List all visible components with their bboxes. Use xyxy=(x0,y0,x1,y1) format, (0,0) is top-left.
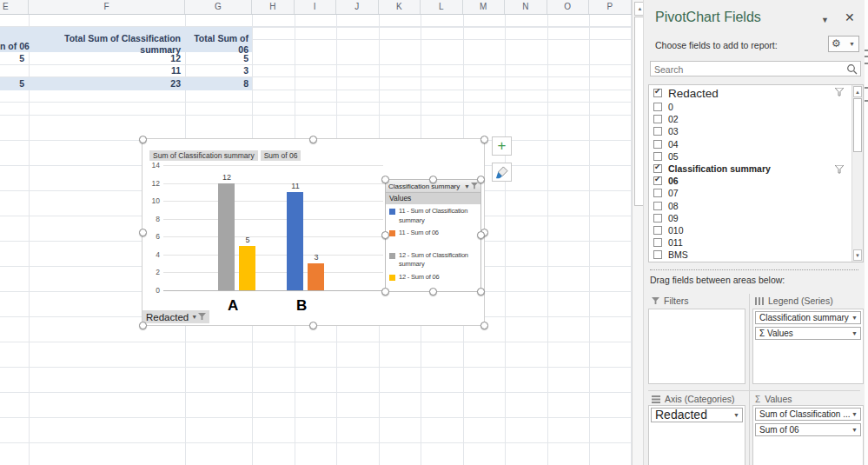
legend-entry-label: 12 - Sum of 06 xyxy=(399,273,479,282)
field-checkbox[interactable] xyxy=(653,103,662,111)
column-header-N[interactable]: N xyxy=(505,0,547,14)
legend-entry-label: 11 - Sum of 06 xyxy=(399,229,479,238)
chevron-down-icon[interactable]: ▼ xyxy=(191,314,197,320)
data-label: 3 xyxy=(303,253,329,262)
column-header-I[interactable]: I xyxy=(295,0,337,14)
field-checkbox[interactable]: ✔ xyxy=(653,176,662,185)
field-list-item-04[interactable]: 04 xyxy=(649,138,863,150)
chart-elements-button[interactable]: + xyxy=(492,136,512,156)
pivot-chart[interactable]: Sum of Classification summarySum of 06 0… xyxy=(142,138,485,326)
field-list-item-03[interactable]: 03 xyxy=(649,125,863,137)
chevron-down-icon[interactable]: ▼ xyxy=(851,330,860,336)
field-checkbox[interactable] xyxy=(653,250,662,259)
gridline xyxy=(163,272,383,273)
field-checkbox[interactable]: ✔ xyxy=(653,164,662,173)
filter-icon[interactable] xyxy=(471,183,478,189)
filter-icon[interactable] xyxy=(835,88,844,96)
field-list-item-07[interactable]: 07 xyxy=(649,187,863,199)
column-header-H[interactable]: H xyxy=(252,0,295,14)
area-pill-sum-of-classification-...[interactable]: Sum of Classification ...▼ xyxy=(755,408,861,421)
column-header-E[interactable]: E xyxy=(0,0,29,14)
field-checkbox[interactable] xyxy=(653,202,662,210)
chart-selection-handle[interactable] xyxy=(480,322,488,329)
chart-selection-handle[interactable] xyxy=(309,136,317,143)
chart-selection-handle[interactable] xyxy=(309,322,317,329)
chart-selection-handle[interactable] xyxy=(139,136,147,143)
legend-drop-area[interactable]: Classification summary▼Σ Values▼ xyxy=(752,309,864,384)
column-header-L[interactable]: L xyxy=(421,0,463,14)
chart-selection-handle[interactable] xyxy=(139,229,147,236)
legend-selection-handle[interactable] xyxy=(381,231,389,239)
filters-drop-area[interactable] xyxy=(648,309,745,384)
field-checkbox[interactable] xyxy=(653,140,662,149)
field-label: 02 xyxy=(668,114,679,124)
axis-drop-area[interactable]: Redacted▼ xyxy=(648,405,745,465)
chart-selection-handle[interactable] xyxy=(480,136,488,143)
field-checkbox[interactable] xyxy=(653,238,662,247)
area-pill-classification-summary[interactable]: Classification summary▼ xyxy=(755,311,861,324)
legend-selection-handle[interactable] xyxy=(477,176,485,183)
field-checkbox[interactable]: ✔ xyxy=(653,89,662,97)
column-header-J[interactable]: J xyxy=(336,0,379,14)
legend-area-label: Legend (Series) xyxy=(768,296,833,306)
legend-selection-handle[interactable] xyxy=(477,231,485,239)
tools-button[interactable]: ⚙ ▼ xyxy=(828,36,859,52)
chart-style-button[interactable] xyxy=(492,163,512,182)
scroll-down-arrow[interactable]: ▼ xyxy=(853,249,862,261)
field-list-item-02[interactable]: 02 xyxy=(649,113,863,125)
column-header-M[interactable]: M xyxy=(463,0,506,14)
column-header-P[interactable]: P xyxy=(589,0,632,14)
chart-selection-handle[interactable] xyxy=(139,322,147,329)
field-list-item-05[interactable]: 05 xyxy=(649,150,863,163)
chevron-down-icon[interactable]: ▼ xyxy=(464,181,470,192)
chevron-down-icon[interactable]: ▼ xyxy=(851,315,860,321)
field-list-item-09[interactable]: 09 xyxy=(649,212,863,224)
column-header-O[interactable]: O xyxy=(547,0,590,14)
column-header-K[interactable]: K xyxy=(379,0,421,14)
scrollbar-thumb[interactable] xyxy=(853,98,862,152)
field-checkbox[interactable] xyxy=(653,127,662,136)
chart-field-button[interactable]: Sum of 06 xyxy=(261,150,301,161)
field-list-item-08[interactable]: 08 xyxy=(649,200,863,212)
field-checkbox[interactable] xyxy=(653,152,662,161)
field-checkbox[interactable] xyxy=(653,115,662,123)
field-list-item-Classification summary[interactable]: ✔Classification summary xyxy=(649,163,863,175)
chevron-down-icon[interactable]: ▼ xyxy=(851,427,860,433)
filter-icon[interactable] xyxy=(198,313,206,321)
legend-selection-handle[interactable] xyxy=(381,288,389,296)
area-pill-σ-values[interactable]: Σ Values▼ xyxy=(755,327,861,340)
window-edge-strip xyxy=(865,0,868,465)
chevron-down-icon[interactable]: ▼ xyxy=(851,411,860,417)
field-list-item-0[interactable]: 0 xyxy=(649,101,863,113)
search-input[interactable] xyxy=(653,63,843,76)
field-list-item-BMS[interactable]: BMS xyxy=(649,249,863,261)
pane-close-icon[interactable]: ✕ xyxy=(845,10,855,24)
pane-options-chevron-icon[interactable]: ▼ xyxy=(821,16,829,24)
legend-selection-handle[interactable] xyxy=(429,176,437,183)
area-pill-sum-of-06[interactable]: Sum of 06▼ xyxy=(755,423,861,436)
area-pill-redacted[interactable]: Redacted▼ xyxy=(651,408,743,422)
legend-selection-handle[interactable] xyxy=(381,176,389,183)
grid-vline xyxy=(505,15,506,465)
field-list-item-010[interactable]: 010 xyxy=(649,224,863,236)
chart-axis-field-button[interactable]: Redacted ▼ xyxy=(142,310,209,323)
values-drop-area[interactable]: Sum of Classification ...▼Sum of 06▼ xyxy=(752,405,864,465)
chart-legend[interactable]: Classification summary ▼ Values 11 - Sum… xyxy=(385,179,481,292)
field-checkbox[interactable] xyxy=(653,214,662,223)
legend-selection-handle[interactable] xyxy=(477,288,485,296)
column-header-F[interactable]: F xyxy=(29,0,185,14)
field-list-item-Redacted[interactable]: ✔Redacted xyxy=(649,85,863,101)
column-header-G[interactable]: G xyxy=(185,0,252,14)
field-checkbox[interactable] xyxy=(653,226,662,235)
chevron-down-icon[interactable]: ▼ xyxy=(733,412,742,418)
filter-icon[interactable] xyxy=(835,165,844,174)
field-list-item-011[interactable]: 011 xyxy=(649,236,863,249)
scroll-up-arrow[interactable]: ▲ xyxy=(853,86,862,97)
legend-selection-handle[interactable] xyxy=(429,288,437,296)
field-list-scrollbar[interactable]: ▲ ▼ xyxy=(851,85,863,262)
field-checkbox[interactable] xyxy=(653,189,662,197)
chart-field-button[interactable]: Sum of Classification summary xyxy=(149,150,258,161)
field-list-item-06[interactable]: ✔06 xyxy=(649,175,863,187)
search-box[interactable] xyxy=(650,61,861,76)
search-icon[interactable] xyxy=(846,63,858,75)
